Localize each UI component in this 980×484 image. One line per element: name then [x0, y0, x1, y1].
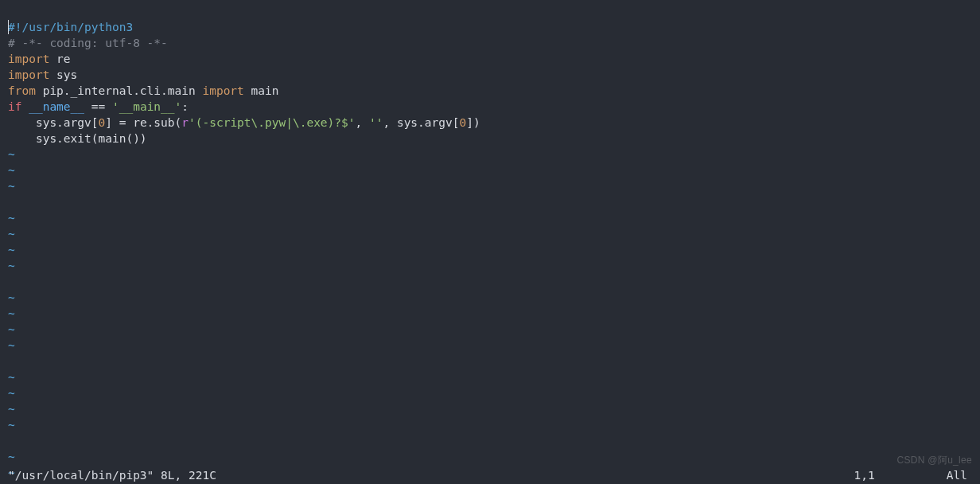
file-path: "/usr/local/bin/pip3": [8, 469, 154, 482]
num-zero: 0: [99, 116, 106, 129]
code-line-7d: ]): [466, 116, 480, 129]
empty-line-tilde: ~: [8, 164, 15, 177]
empty-string: '': [369, 116, 383, 129]
mod-re: re: [49, 53, 70, 65]
num-zero: 0: [459, 116, 466, 129]
empty-line-tilde: ~: [8, 148, 15, 161]
empty-line-tilde: ~: [8, 244, 15, 256]
empty-line-tilde: ~: [8, 307, 15, 320]
code-line-7b: ] = re.sub(: [105, 116, 181, 129]
empty-line-tilde: ~: [8, 323, 15, 336]
vim-status-line: "/usr/local/bin/pip3" 8L, 221C 1,1 All: [0, 466, 980, 484]
str-main: '__main__': [112, 100, 181, 113]
code-line-2: # -*- coding: utf-8 -*-: [8, 37, 168, 49]
raw-prefix: r: [181, 116, 189, 129]
text-cursor: [8, 20, 9, 34]
op-eq: ==: [91, 100, 112, 113]
empty-line-tilde: ~: [8, 212, 15, 224]
mod-sys: sys: [49, 68, 77, 81]
cursor-position: 1,1: [854, 467, 947, 483]
kw-import: import: [8, 68, 49, 81]
empty-line-tilde: ~: [8, 387, 15, 400]
empty-line-tilde: ~: [8, 228, 15, 240]
kw-from: from: [8, 84, 36, 97]
empty-line-tilde: ~: [8, 291, 15, 304]
code-line-8: sys.exit(main()): [8, 132, 147, 145]
pkg-path: pip._internal.cli.main: [36, 84, 203, 97]
empty-line-tilde: ~: [8, 339, 15, 352]
comma: ,: [356, 116, 369, 129]
scroll-indicator: All: [947, 467, 972, 483]
vim-editor[interactable]: #!/usr/bin/python3 # -*- coding: utf-8 -…: [0, 0, 980, 484]
kw-if: if: [8, 100, 21, 113]
code-line-7a: sys.argv[: [8, 116, 99, 129]
colon: :: [181, 100, 189, 113]
name-main: main: [244, 84, 279, 97]
regex-pattern: '(-script\.pyw|\.exe)?$': [189, 116, 356, 129]
code-line-1: #!/usr/bin/python3: [8, 21, 133, 33]
empty-line-tilde: ~: [8, 180, 15, 193]
dunder-name: __name__: [21, 100, 91, 113]
empty-line-tilde: ~: [8, 403, 15, 416]
kw-import: import: [8, 53, 49, 65]
empty-line-tilde: ~: [8, 371, 15, 384]
status-filename: "/usr/local/bin/pip3" 8L, 221C: [8, 467, 216, 483]
empty-line-tilde: ~: [8, 260, 15, 272]
file-stats: 8L, 221C: [161, 469, 216, 482]
empty-line-tilde: ~: [8, 451, 15, 463]
code-line-7c: , sys.argv[: [383, 116, 459, 129]
kw-import: import: [202, 84, 243, 97]
empty-line-tilde: ~: [8, 419, 15, 431]
code-area[interactable]: #!/usr/bin/python3 # -*- coding: utf-8 -…: [0, 0, 980, 484]
